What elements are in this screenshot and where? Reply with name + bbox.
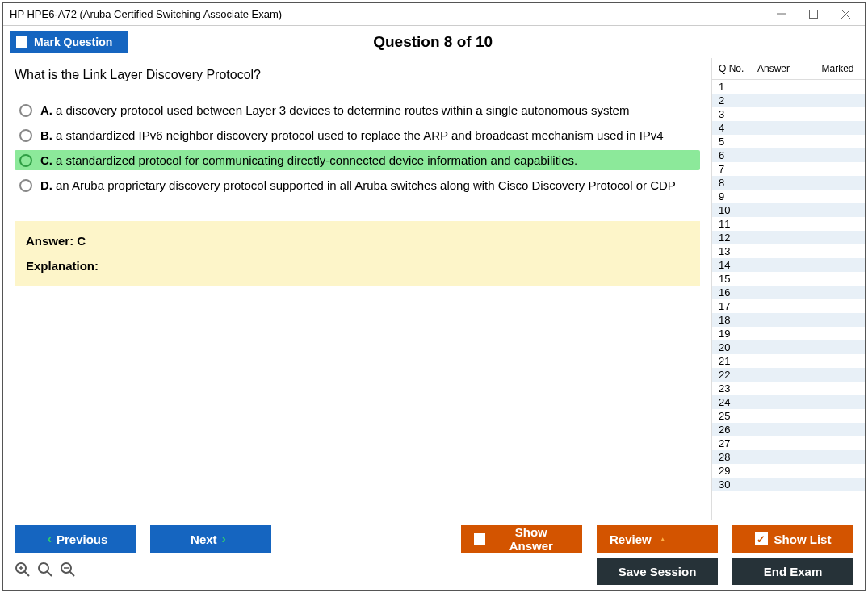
svg-line-9 <box>48 571 52 576</box>
question-number: 5 <box>719 136 757 148</box>
radio-icon <box>19 129 32 142</box>
col-answer: Answer <box>757 63 814 74</box>
question-row[interactable]: 26 <box>712 423 865 436</box>
chevron-right-icon: › <box>222 532 226 546</box>
question-row[interactable]: 5 <box>712 135 865 148</box>
question-row[interactable]: 29 <box>712 464 865 478</box>
question-row[interactable]: 2 <box>712 94 865 107</box>
option-b[interactable]: B. a standardized IPv6 neighbor discover… <box>15 125 700 145</box>
question-row[interactable]: 6 <box>712 148 865 162</box>
question-row[interactable]: 11 <box>712 217 865 231</box>
question-row[interactable]: 20 <box>712 340 865 354</box>
question-row[interactable]: 7 <box>712 162 865 176</box>
svg-point-8 <box>39 563 48 573</box>
question-number: 1 <box>719 81 757 93</box>
question-number: 3 <box>719 108 757 120</box>
answer-line: Answer: C <box>26 234 689 248</box>
question-number: 9 <box>719 190 757 203</box>
question-number: 30 <box>719 478 757 491</box>
chevron-left-icon: ‹ <box>48 532 52 546</box>
question-row[interactable]: 27 <box>712 436 865 450</box>
checkbox-icon <box>474 533 485 545</box>
sidebar-header: Q No. Answer Marked <box>712 58 865 80</box>
question-number: 10 <box>719 204 757 216</box>
question-number: 2 <box>719 94 757 106</box>
show-list-button[interactable]: ✓ Show List <box>732 525 853 553</box>
option-letter: A. <box>40 103 52 117</box>
show-list-label: Show List <box>774 532 832 546</box>
question-number: 7 <box>719 163 757 175</box>
zoom-controls <box>15 562 76 582</box>
question-row[interactable]: 8 <box>712 176 865 190</box>
options-list: A. a discovery protocol used between Lay… <box>15 100 700 195</box>
question-row[interactable]: 28 <box>712 450 865 464</box>
question-row[interactable]: 9 <box>712 190 865 203</box>
footer-row-2: Save Session End Exam <box>15 558 853 585</box>
question-row[interactable]: 24 <box>712 395 865 409</box>
question-row[interactable]: 25 <box>712 409 865 423</box>
question-row[interactable]: 16 <box>712 286 865 299</box>
question-row[interactable]: 4 <box>712 121 865 135</box>
question-row[interactable]: 17 <box>712 299 865 313</box>
question-number: 22 <box>719 369 757 381</box>
zoom-in-icon[interactable] <box>15 562 31 582</box>
maximize-button[interactable] <box>797 5 829 24</box>
option-letter: C. <box>40 153 52 167</box>
question-row[interactable]: 23 <box>712 382 865 395</box>
check-icon: ✓ <box>755 532 768 545</box>
question-row[interactable]: 22 <box>712 368 865 382</box>
option-c[interactable]: C. a standardized protocol for communica… <box>15 150 700 170</box>
option-d[interactable]: D. an Aruba proprietary discovery protoc… <box>15 175 700 195</box>
question-row[interactable]: 13 <box>712 244 865 258</box>
zoom-reset-icon[interactable] <box>37 562 53 582</box>
question-row[interactable]: 12 <box>712 231 865 244</box>
save-session-button[interactable]: Save Session <box>597 558 718 585</box>
show-answer-button[interactable]: Show Answer <box>461 525 582 553</box>
question-row[interactable]: 10 <box>712 203 865 217</box>
question-number: 15 <box>719 273 757 285</box>
question-number: 26 <box>719 424 757 436</box>
question-number: 29 <box>719 465 757 477</box>
next-button[interactable]: Next › <box>150 525 271 553</box>
review-button[interactable]: Review ▲ <box>597 525 718 553</box>
option-a[interactable]: A. a discovery protocol used between Lay… <box>15 100 700 120</box>
question-number: 18 <box>719 314 757 326</box>
question-number: 28 <box>719 451 757 463</box>
question-number: 8 <box>719 177 757 189</box>
question-row[interactable]: 14 <box>712 258 865 272</box>
question-number: 11 <box>719 218 757 230</box>
zoom-out-icon[interactable] <box>60 562 76 582</box>
question-number: 21 <box>719 355 757 367</box>
question-row[interactable]: 21 <box>712 354 865 368</box>
question-row[interactable]: 19 <box>712 327 865 340</box>
question-number: 24 <box>719 396 757 408</box>
end-exam-label: End Exam <box>764 565 823 578</box>
question-row[interactable]: 18 <box>712 313 865 327</box>
question-row[interactable]: 30 <box>712 478 865 491</box>
svg-line-5 <box>25 571 30 576</box>
svg-line-11 <box>70 571 75 576</box>
radio-icon <box>19 154 32 167</box>
review-label: Review <box>610 532 652 546</box>
end-exam-button[interactable]: End Exam <box>732 558 853 585</box>
svg-line-2 <box>841 10 850 19</box>
question-row[interactable]: 1 <box>712 80 865 94</box>
question-number: 13 <box>719 245 757 257</box>
radio-icon <box>19 104 32 117</box>
minimize-button[interactable] <box>765 5 797 24</box>
header-row: Mark Question Question 8 of 10 <box>3 26 865 58</box>
col-marked: Marked <box>814 63 862 74</box>
sidebar-list[interactable]: 1234567891011121314151617181920212223242… <box>712 80 865 520</box>
option-text: a discovery protocol used between Layer … <box>56 103 629 117</box>
question-number: 17 <box>719 300 757 312</box>
question-row[interactable]: 3 <box>712 107 865 121</box>
close-button[interactable] <box>829 5 862 24</box>
main-panel: What is the Link Layer Discovery Protoco… <box>3 58 711 520</box>
show-answer-label: Show Answer <box>493 525 569 553</box>
window-title: HP HPE6-A72 (Aruba Certified Switching A… <box>6 8 765 20</box>
previous-button[interactable]: ‹ Previous <box>15 525 136 553</box>
option-letter: B. <box>40 128 52 142</box>
question-row[interactable]: 15 <box>712 272 865 286</box>
answer-box: Answer: C Explanation: <box>15 221 700 286</box>
radio-icon <box>19 179 32 192</box>
